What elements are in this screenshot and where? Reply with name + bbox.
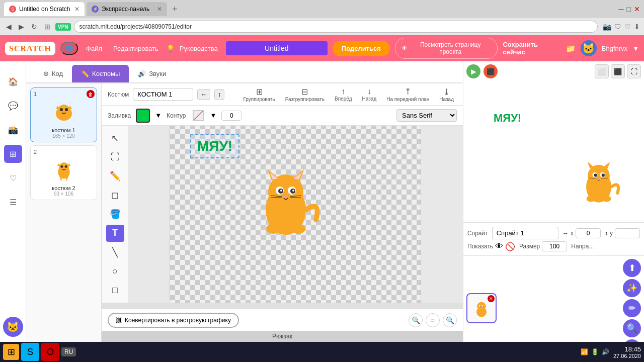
sidebar-blocks[interactable]: ⊞ bbox=[4, 145, 22, 163]
view-project-button[interactable]: 👁 Посмотреть страницу проекта bbox=[395, 38, 498, 59]
large-stage-button[interactable]: ⬛ bbox=[611, 64, 625, 78]
backward-label: Назад bbox=[362, 96, 377, 102]
heart-icon[interactable]: ♡ bbox=[624, 23, 631, 31]
language-indicator[interactable]: RU bbox=[61, 347, 76, 356]
menu-file[interactable]: Файл bbox=[83, 45, 105, 52]
svg-point-35 bbox=[598, 177, 600, 179]
group-button[interactable]: ⊞ Группировать bbox=[240, 86, 278, 103]
flip-v-button[interactable]: ↕ bbox=[214, 89, 224, 100]
show-button[interactable]: 👁 bbox=[495, 242, 503, 251]
download-icon[interactable]: ⬇ bbox=[634, 23, 640, 31]
rucksack-bar[interactable]: Рюкзак bbox=[102, 331, 463, 342]
tab-sounds[interactable]: 🔊 Звуки bbox=[129, 65, 175, 82]
zoom-reset-button[interactable]: = bbox=[426, 313, 440, 327]
select-tool[interactable]: ↖ bbox=[106, 130, 124, 147]
forward-button[interactable]: ▶ bbox=[17, 22, 26, 32]
share-button[interactable]: Поделиться bbox=[333, 41, 390, 56]
ellipse-tool[interactable]: ○ bbox=[106, 262, 124, 280]
skype-app[interactable]: S bbox=[21, 343, 39, 361]
costume-name-input[interactable] bbox=[133, 88, 193, 101]
flip-h-button[interactable]: ↔ bbox=[197, 89, 210, 100]
user-dropdown-icon[interactable]: ▼ bbox=[632, 45, 639, 52]
sprite-thumb-1[interactable]: ✕ bbox=[466, 293, 497, 323]
project-title-input[interactable] bbox=[226, 41, 328, 55]
url-input[interactable]: scratch.mit.edu/projects/408090751/edito… bbox=[74, 21, 598, 33]
sidebar-home[interactable]: 🏠 bbox=[4, 72, 22, 90]
back-button[interactable]: ◀ bbox=[4, 22, 14, 32]
folder-icon[interactable]: 📁 bbox=[566, 44, 576, 53]
sidebar-instagram[interactable]: 📸 bbox=[4, 121, 22, 139]
sidebar-list[interactable]: ☰ bbox=[4, 193, 22, 211]
line-tool[interactable]: ╲ bbox=[106, 244, 124, 261]
minimize-button[interactable]: ─ bbox=[619, 5, 624, 13]
tab-code[interactable]: ⊕ Код bbox=[34, 65, 72, 82]
stop-button[interactable]: ⬛ bbox=[484, 64, 498, 78]
new-tab-button[interactable]: + bbox=[169, 3, 181, 16]
start-button[interactable]: ⊞ bbox=[3, 344, 19, 360]
eraser-tool[interactable]: ◻ bbox=[106, 187, 124, 204]
green-flag-button[interactable]: ▶ bbox=[466, 64, 480, 78]
hide-button[interactable]: 🚫 bbox=[505, 242, 515, 251]
outline-color-button[interactable] bbox=[191, 109, 205, 123]
zoom-out-button[interactable]: 🔍 bbox=[409, 313, 423, 327]
paint-canvas[interactable]: МЯУ! bbox=[170, 126, 421, 303]
outline-size-input[interactable] bbox=[221, 111, 242, 121]
surprise-sprite-button[interactable]: ✨ bbox=[623, 279, 641, 297]
refresh-button[interactable]: ↻ bbox=[29, 22, 39, 32]
sidebar-community[interactable]: ♡ bbox=[4, 169, 22, 187]
menu-edit[interactable]: Редактировать bbox=[110, 45, 162, 52]
user-avatar[interactable]: 🐱 bbox=[581, 40, 597, 56]
camera-icon[interactable]: 📷 bbox=[603, 23, 611, 31]
sprite-delete-1[interactable]: ✕ bbox=[488, 295, 495, 302]
ungroup-button[interactable]: ⊟ Разгруппировать bbox=[282, 86, 328, 103]
guides-menu[interactable]: 💡 Руководства bbox=[167, 45, 221, 52]
tab-scratch-close[interactable]: ✕ bbox=[74, 6, 79, 13]
zoom-in-button[interactable]: 🔍 bbox=[443, 313, 457, 327]
maximize-button[interactable]: □ bbox=[627, 5, 631, 13]
sidebar-message[interactable]: 💬 bbox=[4, 97, 22, 115]
costumes-icon: ✏️ bbox=[81, 70, 89, 77]
opera-app[interactable]: O bbox=[41, 343, 59, 361]
paint-sprite-button[interactable]: ✏ bbox=[623, 299, 641, 317]
tab-express-close[interactable]: ✕ bbox=[157, 6, 162, 13]
back-button[interactable]: ⤓ Назад bbox=[436, 86, 457, 103]
convert-label: Конвертировать в растровую графику bbox=[125, 317, 231, 324]
costume-delete-1[interactable]: 🗑 bbox=[87, 90, 95, 98]
fill-color-button[interactable] bbox=[136, 109, 150, 123]
brush-tool[interactable]: ✏️ bbox=[106, 168, 124, 185]
front-button[interactable]: ⤒ На передний план bbox=[383, 86, 432, 103]
backward-button[interactable]: ↓ Назад bbox=[359, 86, 380, 103]
forward-button[interactable]: ↑ Вперёд bbox=[332, 86, 355, 103]
reshape-tool[interactable]: ⛶ bbox=[106, 149, 124, 166]
rect-tool[interactable]: □ bbox=[106, 282, 124, 299]
tabs-button[interactable]: ⊞ bbox=[42, 22, 52, 32]
miau-text-box[interactable]: МЯУ! bbox=[190, 134, 239, 158]
font-select[interactable]: Sans Serif Serif Handwriting Marker Curl… bbox=[396, 109, 457, 122]
direction-section: Напра... bbox=[571, 243, 594, 250]
size-input[interactable] bbox=[542, 241, 567, 251]
costume-item-2[interactable]: 2 костю bbox=[30, 145, 97, 200]
upload-sprite-button[interactable]: ⬆ bbox=[623, 259, 641, 277]
canvas-scrollbar[interactable] bbox=[102, 303, 463, 309]
add-extension-button[interactable]: 🐱 bbox=[3, 317, 23, 337]
scratch-logo[interactable]: SCRATCH bbox=[5, 42, 55, 55]
search-sprite-button[interactable]: 🔍 bbox=[623, 319, 641, 337]
costume-item-1[interactable]: 🗑 1 костюм 1 bbox=[30, 87, 97, 142]
text-tool[interactable]: T bbox=[106, 225, 124, 242]
tab-scratch[interactable]: S Untitled on Scratch ✕ bbox=[4, 2, 85, 16]
fill-dropdown-icon[interactable]: ▼ bbox=[155, 112, 162, 119]
sprite-name-input[interactable] bbox=[492, 227, 558, 239]
fullscreen-button[interactable]: ⛶ bbox=[627, 64, 641, 78]
save-now-button[interactable]: Сохранить сейчас bbox=[503, 41, 560, 56]
convert-button[interactable]: 🖼 Конвертировать в растровую графику bbox=[108, 313, 239, 328]
tab-express[interactable]: ⚡ Экспресс-панель ✕ bbox=[87, 2, 167, 16]
small-stage-button[interactable]: ⬜ bbox=[595, 64, 609, 78]
fill-tool[interactable]: 🪣 bbox=[106, 206, 124, 223]
y-input[interactable] bbox=[615, 228, 640, 238]
close-window-button[interactable]: ✕ bbox=[634, 5, 640, 13]
language-button[interactable]: 🌐 bbox=[60, 42, 78, 55]
tab-costumes[interactable]: ✏️ Костюмы bbox=[72, 65, 129, 82]
outline-dropdown-icon[interactable]: ▼ bbox=[210, 112, 217, 119]
x-input[interactable] bbox=[576, 228, 601, 238]
shield-icon[interactable]: 🛡 bbox=[614, 23, 621, 31]
